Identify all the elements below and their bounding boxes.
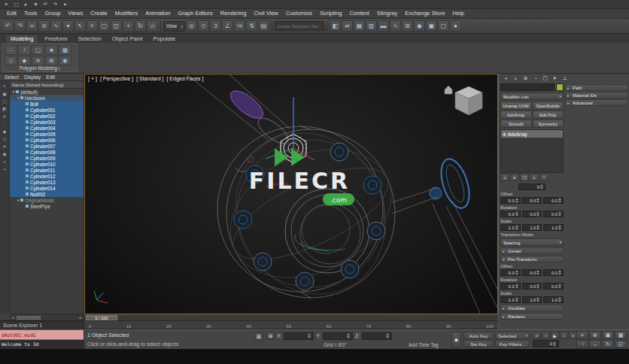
remove-modifier-icon[interactable]: × [530,174,539,181]
menu-item[interactable]: Animation [141,9,174,18]
pin-stack-icon[interactable]: ⊥ [500,174,509,181]
modifier-list-dropdown[interactable]: Modifier List [500,93,564,100]
list-item[interactable]: SteelPipe [10,203,84,209]
selection-lock-toggle-icon[interactable]: ⊠ [254,332,263,341]
save-file-icon[interactable]: ▼ [32,1,40,8]
viewport-label-menu[interactable]: [ + ] [88,76,97,81]
modifier-visibility-icon[interactable]: ◉ [503,132,506,136]
next-frame-icon[interactable]: › [560,332,568,339]
workspace-dropdown-icon[interactable]: ▾ [61,1,69,8]
explorer-pick-icon[interactable]: ↖ [2,83,8,89]
pm-extra-1-icon[interactable]: ◆ [18,56,31,65]
configure-modifier-sets-icon[interactable]: * [539,174,548,181]
menu-item[interactable]: Stingray [373,9,402,18]
list-item[interactable]: Cylinder011 [10,167,84,173]
explorer-display-cameras-icon[interactable]: ◉ [2,150,8,157]
ribbon-tab[interactable]: Object Paint [107,35,148,43]
list-item[interactable]: Cylinder010 [10,161,84,167]
align-icon[interactable]: ⇌ [342,20,353,32]
rendered-frame-icon[interactable]: ▢ [438,20,449,32]
explorer-display-geometry-icon[interactable]: ◆ [2,128,8,135]
select-by-name-icon[interactable]: ≡ [87,20,98,32]
modifier-set-button[interactable]: Unwrap UVW [500,102,532,110]
menu-item[interactable]: Scripting [316,9,345,18]
named-selection-set-input[interactable] [275,21,324,31]
list-item[interactable]: Cylinder008 [10,149,84,155]
polygon-mode-icon[interactable]: ■ [45,45,58,55]
z-coordinate-field[interactable] [362,332,392,340]
list-item[interactable]: Cylinder009 [10,155,84,161]
application-menu-icon[interactable]: ≡ [2,1,11,8]
ribbon-tab[interactable]: Modeling [5,34,39,43]
modifier-set-button[interactable]: Smooth [500,120,532,128]
pan-icon[interactable]: ↔ [589,340,601,348]
select-and-rotate-icon[interactable]: ↻ [135,20,146,32]
pre-rotation-z-field[interactable]: 0.0 [543,283,564,290]
set-key-button[interactable]: Set Key [463,340,494,347]
y-coordinate-field[interactable] [323,332,353,340]
menu-item[interactable]: Tools [20,9,41,18]
list-item[interactable]: ▾ OriginalModel [10,197,84,203]
explorer-lock-icon[interactable]: ▪ [2,165,8,172]
snaps-toggle-icon[interactable]: 3 [210,20,221,32]
ribbon-tab[interactable]: Selection [73,35,107,43]
auto-key-button[interactable]: Auto Key [463,332,494,339]
scrollbar-thumb[interactable] [17,316,41,320]
menu-item[interactable]: Group [41,9,64,18]
window-crossing-icon[interactable]: ◫ [111,20,122,32]
new-scene-icon[interactable]: ▢ [12,1,20,8]
list-item[interactable]: Cylinder012 [10,173,84,179]
rotation-z-field[interactable]: 0.0 [543,211,564,217]
explorer-select-invert-icon[interactable]: ◩ [2,105,8,112]
explorer-menu-item[interactable]: Display [24,74,41,80]
list-item[interactable]: Bolt [10,101,84,107]
viewport[interactable]: [ + ][ Perspective ][ Standard ][ Edged … [84,74,498,314]
toggle-layer-explorer-icon[interactable]: ▥ [366,20,377,32]
pre-offset-y-field[interactable]: 0.0 [522,269,542,276]
list-item[interactable]: Cylinder004 [10,125,84,131]
list-item[interactable]: Cylinder005 [10,131,84,137]
explorer-menu-item[interactable]: Select [5,74,19,80]
offset-y-field[interactable]: 0.0 [522,197,542,204]
menu-item[interactable]: Content [345,9,372,18]
list-item[interactable]: Cylinder006 [10,137,84,143]
menu-item[interactable]: Help [449,9,468,18]
menu-item[interactable]: Views [64,9,87,18]
scroll-left-icon[interactable]: ◂ [10,315,16,320]
pin-panel-icon[interactable]: ⊥ [561,74,569,82]
render-production-icon[interactable]: ● [450,20,461,32]
modifier-set-button[interactable]: OpenSubdiv [533,102,564,110]
zoom-extents-icon[interactable]: ▣ [602,331,614,339]
object-name-field[interactable] [500,83,555,91]
percent-snap-icon[interactable]: % [234,20,245,32]
maxscript-mini-listener[interactable]: $Rot002.modG Welcome to 3d [0,330,84,350]
random-rollout-header[interactable]: Random [500,313,564,320]
element-mode-icon[interactable]: ▩ [59,45,71,55]
explorer-column-header[interactable]: Name (Sorted Ascending) [10,81,84,89]
pre-scale-y-field[interactable]: 1.0 [522,296,542,303]
view-cube[interactable] [445,86,482,115]
spinner-snap-icon[interactable]: ⇅ [246,20,257,32]
angle-snap-icon[interactable]: ∠ [222,20,233,32]
explorer-find-icon[interactable]: ◌ [2,120,8,127]
pm-extra-3-icon[interactable]: ⊞ [45,56,58,65]
offset-z-field[interactable]: 0.0 [543,197,564,204]
selection-region-icon[interactable]: ▢ [99,20,110,32]
redo-icon[interactable]: ↷ [14,20,26,32]
previous-frame-icon[interactable]: ‹ [542,332,550,339]
rollout-header[interactable]: Path [565,84,628,91]
select-and-link-icon[interactable]: ∞ [26,20,38,32]
set-keys-button[interactable]: ◆ [451,332,461,347]
list-item[interactable]: Cylinder007 [10,143,84,149]
explorer-menu-item[interactable]: Edit [46,74,55,80]
polygon-modeling-label[interactable]: Polygon Modeling [3,65,77,71]
menu-item[interactable]: Edit [3,9,20,18]
menu-item[interactable]: Graph Editors [175,9,217,18]
pm-extra-4-icon[interactable]: ◉ [59,56,71,65]
pre-scale-z-field[interactable]: 1.0 [543,296,564,303]
transform-mode-dropdown[interactable]: Spacing [500,238,564,246]
field-of-view-icon[interactable]: ◔ [576,340,588,348]
modifier-set-button[interactable]: Symmetry [533,120,564,128]
selection-set-dropdown[interactable]: Selected [495,332,530,339]
toggle-ribbon-icon[interactable]: ▬ [378,20,389,32]
